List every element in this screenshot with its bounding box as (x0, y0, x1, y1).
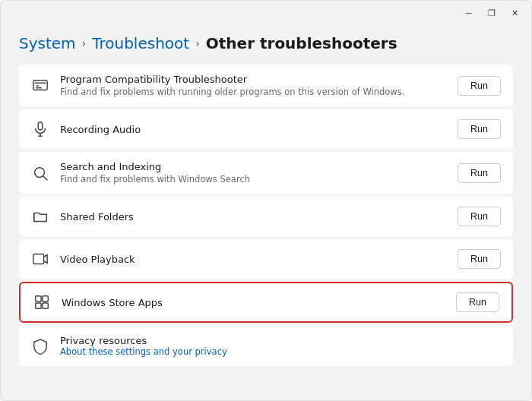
folders-info: Shared Folders (60, 211, 447, 223)
video-name: Video Playback (60, 254, 447, 265)
restore-button[interactable]: ❐ (481, 5, 502, 21)
main-content: System › Troubleshoot › Other troublesho… (1, 25, 531, 400)
compat-info: Program Compatibility Troubleshooter Fin… (60, 74, 447, 97)
breadcrumb: System › Troubleshoot › Other troublesho… (19, 25, 513, 65)
search-name: Search and Indexing (60, 161, 447, 172)
row-windows-store-apps: Windows Store Apps Run (19, 282, 513, 323)
minimize-button[interactable]: ─ (458, 5, 480, 21)
folders-name: Shared Folders (60, 211, 447, 223)
svg-line-8 (43, 176, 47, 180)
breadcrumb-troubleshoot[interactable]: Troubleshoot (92, 34, 189, 52)
svg-rect-14 (43, 303, 48, 308)
window-controls: ─ ❐ ✕ (458, 5, 525, 21)
svg-point-7 (35, 167, 45, 177)
title-bar: ─ ❐ ✕ (1, 1, 531, 25)
settings-window: ─ ❐ ✕ System › Troubleshoot › Other trou… (0, 0, 532, 401)
privacy-info: Privacy resources About these settings a… (60, 335, 501, 357)
row-search-indexing: Search and Indexing Find and fix problem… (19, 152, 513, 194)
svg-rect-12 (43, 296, 48, 302)
audio-info: Recording Audio (60, 124, 447, 135)
compat-desc: Find and fix problems with running older… (60, 87, 447, 97)
privacy-title: Privacy resources (60, 335, 501, 346)
svg-rect-0 (33, 80, 47, 90)
search-desc: Find and fix problems with Windows Searc… (60, 174, 447, 185)
mic-icon (31, 120, 49, 138)
search-run-button[interactable]: Run (458, 163, 501, 183)
troubleshooter-list: Program Compatibility Troubleshooter Fin… (19, 65, 513, 388)
folder-icon (31, 207, 49, 226)
store-icon (33, 293, 51, 311)
close-button[interactable]: ✕ (504, 5, 525, 21)
privacy-link[interactable]: About these settings and your privacy (60, 346, 501, 357)
svg-rect-11 (36, 296, 41, 302)
video-run-button[interactable]: Run (458, 249, 501, 269)
row-recording-audio: Recording Audio Run (19, 109, 513, 149)
compat-icon (31, 77, 49, 95)
video-icon (31, 250, 49, 268)
svg-rect-13 (36, 303, 41, 308)
folders-run-button[interactable]: Run (458, 207, 501, 226)
audio-name: Recording Audio (60, 124, 447, 135)
store-info: Windows Store Apps (62, 297, 445, 308)
svg-rect-10 (33, 254, 44, 264)
breadcrumb-system[interactable]: System (19, 34, 76, 52)
store-name: Windows Store Apps (62, 297, 445, 308)
privacy-row: Privacy resources About these settings a… (19, 326, 513, 366)
row-shared-folders: Shared Folders Run (19, 197, 513, 236)
compat-run-button[interactable]: Run (458, 76, 501, 96)
shield-icon (31, 337, 49, 355)
compat-name: Program Compatibility Troubleshooter (60, 74, 447, 85)
video-info: Video Playback (60, 254, 447, 265)
row-video-playback: Video Playback Run (19, 239, 513, 279)
search-icon (31, 164, 49, 182)
row-program-compat: Program Compatibility Troubleshooter Fin… (19, 65, 513, 106)
svg-rect-4 (38, 122, 43, 130)
breadcrumb-sep-1: › (82, 37, 87, 49)
breadcrumb-current: Other troubleshooters (206, 34, 397, 52)
store-run-button[interactable]: Run (456, 292, 499, 312)
search-info: Search and Indexing Find and fix problem… (60, 161, 447, 185)
audio-run-button[interactable]: Run (458, 119, 501, 139)
breadcrumb-sep-2: › (195, 37, 200, 49)
